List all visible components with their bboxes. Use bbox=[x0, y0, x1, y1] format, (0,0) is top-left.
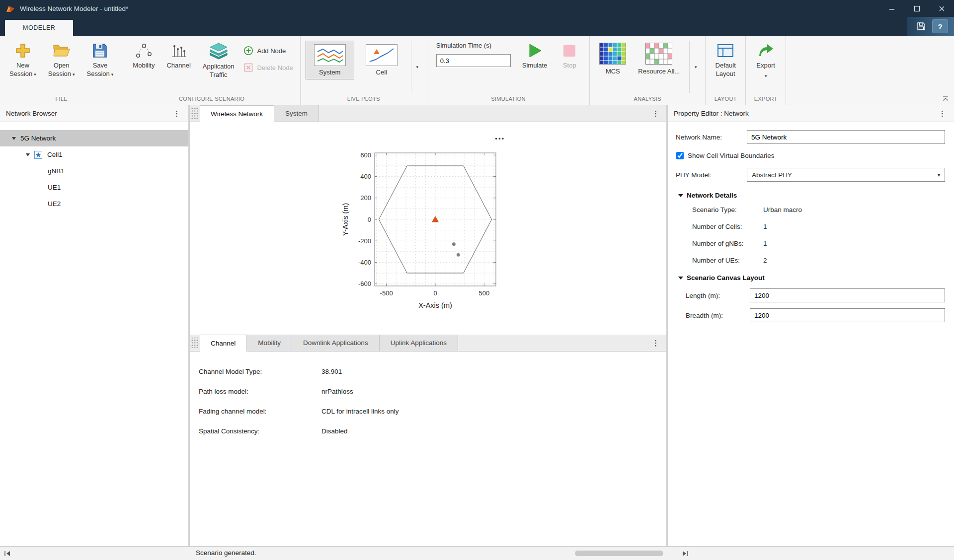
window-controls bbox=[879, 0, 954, 17]
export-button[interactable]: Export ▾ bbox=[751, 41, 781, 80]
minimize-button[interactable] bbox=[879, 0, 904, 17]
simulation-time-label: Simulation Time (s) bbox=[436, 42, 511, 49]
tree-expander-icon[interactable] bbox=[26, 153, 30, 156]
panel-drag-handle[interactable] bbox=[191, 108, 199, 119]
tab-label: Uplink Applications bbox=[391, 339, 447, 347]
property-value: Disabled bbox=[321, 427, 348, 435]
tree-item-label: 5G Network bbox=[20, 135, 56, 142]
restore-button[interactable] bbox=[904, 0, 929, 17]
ribbon: New Session▾ Open Session▾ Save Session▾… bbox=[0, 36, 954, 105]
simulate-button[interactable]: Simulate bbox=[518, 41, 552, 72]
phy-model-dropdown[interactable]: Abstract PHY ▾ bbox=[747, 168, 945, 182]
svg-text:0: 0 bbox=[368, 216, 371, 223]
matlab-logo-icon bbox=[6, 5, 15, 12]
property-row: Fading channel model: CDL for intracell … bbox=[190, 401, 666, 421]
tab-modeler[interactable]: MODELER bbox=[5, 20, 73, 36]
channel-button[interactable]: Channel bbox=[162, 41, 195, 72]
add-node-button[interactable]: Add Node bbox=[243, 46, 293, 56]
scroll-to-end-icon[interactable] bbox=[682, 551, 689, 557]
quick-access-toolbar: ? bbox=[907, 17, 954, 36]
export-arrow-icon bbox=[757, 43, 774, 59]
breadth-input[interactable] bbox=[750, 308, 945, 322]
open-session-button[interactable]: Open Session▾ bbox=[44, 41, 80, 80]
system-plot-label: System bbox=[319, 69, 340, 77]
detail-label: Number of gNBs: bbox=[692, 240, 763, 247]
ribbon-section-live-plots: System Cell ▾ LIVE PLOTS bbox=[301, 36, 427, 105]
config-tabbar-menu-icon[interactable]: ⋮ bbox=[650, 339, 661, 348]
property-label: Path loss model: bbox=[199, 388, 321, 395]
panel-drag-handle[interactable] bbox=[191, 338, 199, 348]
show-cell-virtual-boundaries-checkbox[interactable] bbox=[676, 152, 684, 159]
open-session-label: Open Session bbox=[48, 62, 71, 77]
new-session-label: New Session bbox=[9, 62, 32, 77]
plot-options-icon[interactable]: ••• bbox=[495, 135, 505, 142]
simulation-time-input[interactable] bbox=[436, 54, 511, 67]
scroll-to-start-icon[interactable] bbox=[4, 551, 11, 557]
tree-item-cell1[interactable]: Cell1 bbox=[0, 146, 188, 163]
network-browser-title: Network Browser bbox=[6, 110, 57, 117]
length-input[interactable] bbox=[750, 288, 945, 302]
dropdown-caret-icon: ▾ bbox=[416, 65, 418, 70]
detail-row: Number of Cells: 1 bbox=[692, 223, 945, 230]
mcs-label: MCS bbox=[606, 68, 620, 76]
cell-plot-label: Cell bbox=[376, 69, 387, 77]
horizontal-scrollbar-thumb[interactable] bbox=[575, 551, 663, 556]
detail-value: 1 bbox=[763, 223, 767, 230]
svg-text:500: 500 bbox=[479, 289, 490, 297]
breadth-label: Breadth (m): bbox=[686, 312, 750, 319]
scenario-canvas[interactable]: ••• -5000500-600-400-2000200400600X-Axis… bbox=[190, 122, 666, 335]
mobility-button[interactable]: Mobility bbox=[128, 41, 159, 72]
system-plot-button[interactable]: System bbox=[306, 41, 354, 79]
network-details-section-header[interactable]: Network Details bbox=[678, 192, 945, 199]
detail-row: Scenario Type: Urban macro bbox=[692, 206, 945, 213]
dropdown-caret-icon: ▾ bbox=[34, 72, 36, 77]
tab-system[interactable]: System bbox=[274, 105, 319, 122]
property-value: 38.901 bbox=[321, 368, 342, 375]
tree-expander-icon[interactable] bbox=[12, 137, 16, 140]
section-collapse-icon bbox=[678, 194, 683, 197]
property-row: Channel Model Type: 38.901 bbox=[190, 361, 666, 381]
show-cell-virtual-boundaries-label: Show Cell Virtual Boundaries bbox=[688, 152, 775, 159]
mobility-icon bbox=[135, 43, 152, 59]
property-editor-title: Property Editor : Network bbox=[674, 110, 749, 117]
simulate-play-icon bbox=[527, 43, 543, 59]
document-tabbar-menu-icon[interactable]: ⋮ bbox=[650, 109, 661, 118]
property-label: Spatial Consistency: bbox=[199, 427, 321, 435]
default-layout-button[interactable]: Default Layout bbox=[711, 41, 740, 80]
resource-allocation-button[interactable]: Resource All... bbox=[634, 41, 684, 78]
new-session-button[interactable]: New Session▾ bbox=[5, 41, 41, 80]
application-traffic-button[interactable]: Application Traffic bbox=[198, 41, 239, 81]
mobility-label: Mobility bbox=[133, 62, 155, 70]
tab-mobility[interactable]: Mobility bbox=[247, 335, 292, 351]
network-plot[interactable]: -5000500-600-400-2000200400600X-Axis (m)… bbox=[332, 145, 527, 320]
section-label-simulation: SIMULATION bbox=[427, 93, 590, 105]
help-button[interactable]: ? bbox=[932, 19, 948, 33]
scenario-canvas-layout-section-header[interactable]: Scenario Canvas Layout bbox=[678, 274, 945, 281]
tree-item-gnb1[interactable]: gNB1 bbox=[0, 163, 188, 179]
tree-item-ue2[interactable]: UE2 bbox=[0, 196, 188, 212]
tab-channel[interactable]: Channel bbox=[200, 335, 247, 351]
close-button[interactable] bbox=[929, 0, 954, 17]
network-browser-menu-icon[interactable]: ⋮ bbox=[171, 109, 182, 118]
tab-wireless-network[interactable]: Wireless Network bbox=[200, 105, 274, 122]
tab-uplink-applications[interactable]: Uplink Applications bbox=[380, 335, 458, 351]
tab-label: Downlink Applications bbox=[303, 339, 368, 347]
section-label-layout: LAYOUT bbox=[706, 93, 745, 105]
live-plots-gallery-dropdown[interactable]: ▾ bbox=[411, 41, 422, 93]
mcs-button[interactable]: MCS bbox=[595, 41, 631, 78]
analysis-gallery-dropdown[interactable]: ▾ bbox=[689, 41, 700, 93]
tree-item-5g-network[interactable]: 5G Network bbox=[0, 130, 188, 146]
cell-plot-button[interactable]: Cell bbox=[357, 41, 406, 79]
save-session-button[interactable]: Save Session▾ bbox=[82, 41, 118, 80]
titlebar: Wireless Network Modeler - untitled* bbox=[0, 0, 954, 17]
property-editor-menu-icon[interactable]: ⋮ bbox=[937, 109, 948, 118]
section-label-file: FILE bbox=[0, 93, 123, 105]
tab-downlink-applications[interactable]: Downlink Applications bbox=[292, 335, 380, 351]
network-name-input[interactable] bbox=[747, 130, 945, 144]
quick-save-button[interactable] bbox=[913, 19, 929, 33]
tree-item-ue1[interactable]: UE1 bbox=[0, 179, 188, 196]
network-name-label: Network Name: bbox=[676, 134, 747, 141]
application-traffic-icon bbox=[209, 43, 229, 60]
stop-label: Stop bbox=[563, 62, 576, 70]
collapse-ribbon-button[interactable] bbox=[942, 96, 949, 102]
